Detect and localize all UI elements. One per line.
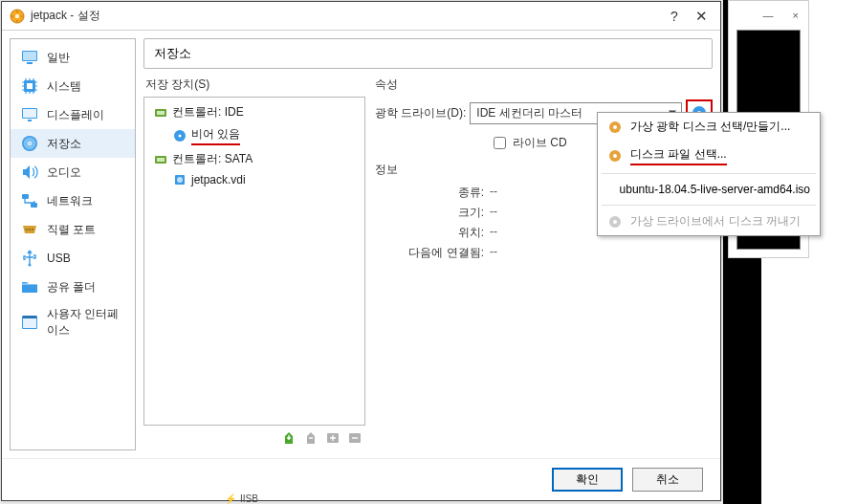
svg-point-1 bbox=[15, 13, 19, 17]
info-attached-label: 다음에 연결됨: bbox=[375, 245, 490, 261]
network-icon bbox=[20, 191, 39, 210]
svg-point-38 bbox=[613, 154, 617, 158]
monitor-icon bbox=[20, 48, 39, 67]
help-button[interactable]: ? bbox=[663, 5, 686, 28]
sidebar-item-label: 공유 폴더 bbox=[47, 279, 96, 296]
menu-item-choose-disk-file[interactable]: 디스크 파일 선택... bbox=[598, 141, 820, 171]
svg-point-40 bbox=[613, 220, 617, 224]
svg-rect-22 bbox=[23, 316, 36, 318]
menu-item-label: 가상 드라이브에서 디스크 꺼내기 bbox=[630, 213, 801, 230]
svg-rect-9 bbox=[28, 120, 32, 121]
sidebar-item-system[interactable]: 시스템 bbox=[11, 72, 135, 100]
partial-background-text: IISB bbox=[225, 493, 258, 504]
close-button[interactable]: ✕ bbox=[690, 5, 713, 28]
disk-icon bbox=[20, 134, 39, 153]
svg-rect-8 bbox=[23, 109, 36, 118]
sidebar-item-serial[interactable]: 직렬 포트 bbox=[11, 215, 135, 244]
sidebar-item-label: 일반 bbox=[47, 50, 70, 66]
info-attached-value: -- bbox=[490, 245, 497, 261]
optical-drive-label: 광학 드라이브(D): bbox=[375, 105, 466, 121]
sidebar-item-display[interactable]: 디스플레이 bbox=[11, 100, 135, 129]
sidebar-item-label: 직렬 포트 bbox=[47, 222, 96, 238]
tree-node-label: 비어 있음 bbox=[191, 126, 240, 145]
window-title: jetpack - 설정 bbox=[31, 8, 659, 24]
sidebar-item-shared[interactable]: 공유 폴더 bbox=[11, 273, 135, 301]
info-size-label: 크기: bbox=[375, 205, 490, 221]
add-controller-button[interactable] bbox=[280, 429, 297, 447]
svg-point-19 bbox=[29, 264, 32, 267]
disc-icon bbox=[607, 120, 623, 135]
info-type-label: 종류: bbox=[375, 185, 490, 201]
ui-icon bbox=[20, 313, 39, 332]
tree-controller-ide[interactable]: 컨트롤러: IDE bbox=[144, 101, 364, 123]
app-icon bbox=[10, 9, 25, 24]
settings-dialog: jetpack - 설정 ? ✕ 일반 시스템 디스플레이 저장소 bbox=[1, 1, 721, 501]
ok-button[interactable]: 확인 bbox=[552, 468, 623, 492]
livecd-label: 라이브 CD bbox=[513, 135, 567, 151]
dialog-footer: 확인 취소 bbox=[2, 458, 720, 500]
add-attachment-button[interactable] bbox=[324, 429, 341, 447]
sidebar-item-label: 네트워크 bbox=[47, 193, 93, 209]
menu-item-create-virtual-disk[interactable]: 가상 광학 디스크 선택/만들기... bbox=[598, 113, 820, 141]
svg-rect-4 bbox=[27, 62, 33, 64]
storage-toolbar bbox=[143, 426, 365, 450]
chip-icon bbox=[20, 77, 39, 96]
tree-controller-sata[interactable]: 컨트롤러: SATA bbox=[144, 148, 364, 170]
tree-disk-jetpack[interactable]: jetpack.vdi bbox=[144, 170, 364, 189]
sidebar-item-label: 사용자 인터페이스 bbox=[47, 306, 125, 339]
sidebar-item-label: 시스템 bbox=[47, 78, 81, 95]
sidebar-item-general[interactable]: 일반 bbox=[11, 43, 135, 72]
svg-point-16 bbox=[26, 229, 28, 230]
livecd-checkbox[interactable] bbox=[494, 137, 506, 149]
bg-close-button[interactable]: × bbox=[793, 10, 799, 21]
sidebar-item-usb[interactable]: USB bbox=[11, 244, 135, 273]
svg-rect-3 bbox=[23, 52, 36, 60]
eject-icon bbox=[607, 214, 623, 230]
svg-point-30 bbox=[177, 177, 183, 183]
storage-tree[interactable]: 컨트롤러: IDE 비어 있음 컨트롤러: SATA jetpack. bbox=[143, 97, 365, 426]
tree-node-label: 컨트롤러: SATA bbox=[172, 151, 253, 167]
tree-node-label: 컨트롤러: IDE bbox=[172, 104, 244, 121]
sidebar-item-network[interactable]: 네트워크 bbox=[11, 186, 135, 215]
remove-attachment-button[interactable] bbox=[346, 429, 363, 447]
info-location-label: 위치: bbox=[375, 225, 490, 241]
menu-item-recent-iso[interactable]: ubuntu-18.04.5-live-server-amd64.iso bbox=[598, 176, 820, 203]
menu-item-label: ubuntu-18.04.5-live-server-amd64.iso bbox=[620, 183, 810, 196]
attributes-header: 속성 bbox=[375, 75, 713, 98]
bg-min-button[interactable]: — bbox=[763, 10, 774, 21]
remove-controller-button[interactable] bbox=[302, 429, 319, 447]
settings-main: 저장소 저장 장치(S) 컨트롤러: IDE 비어 있음 bbox=[143, 38, 713, 450]
menu-item-label: 가상 광학 디스크 선택/만들기... bbox=[630, 119, 790, 135]
usb-icon bbox=[20, 249, 39, 268]
sidebar-item-audio[interactable]: 오디오 bbox=[11, 158, 135, 186]
storage-devices-label: 저장 장치(S) bbox=[143, 75, 365, 97]
menu-separator bbox=[602, 173, 816, 174]
sidebar-item-storage[interactable]: 저장소 bbox=[11, 129, 135, 158]
section-header: 저장소 bbox=[143, 38, 713, 69]
controller-icon bbox=[154, 153, 167, 166]
menu-item-eject: 가상 드라이브에서 디스크 꺼내기 bbox=[598, 208, 820, 235]
disc-icon bbox=[173, 129, 187, 142]
svg-point-36 bbox=[613, 125, 617, 129]
svg-rect-28 bbox=[157, 158, 165, 162]
display-icon bbox=[20, 105, 39, 124]
speaker-icon bbox=[20, 163, 39, 182]
sidebar-item-label: 디스플레이 bbox=[47, 107, 104, 123]
svg-point-18 bbox=[32, 229, 33, 230]
svg-rect-6 bbox=[27, 83, 33, 89]
settings-sidebar: 일반 시스템 디스플레이 저장소 오디오 네트워크 bbox=[10, 38, 136, 450]
sidebar-item-ui[interactable]: 사용자 인터페이스 bbox=[11, 301, 135, 343]
sidebar-item-label: USB bbox=[47, 252, 71, 265]
disk-select-menu: 가상 광학 디스크 선택/만들기... 디스크 파일 선택... ubuntu-… bbox=[597, 112, 821, 236]
cancel-button[interactable]: 취소 bbox=[632, 468, 703, 492]
svg-rect-15 bbox=[31, 203, 37, 208]
folder-icon bbox=[20, 277, 39, 296]
svg-point-13 bbox=[29, 142, 31, 144]
tree-node-label: jetpack.vdi bbox=[191, 173, 246, 186]
svg-rect-14 bbox=[22, 194, 29, 199]
titlebar: jetpack - 설정 ? ✕ bbox=[2, 2, 720, 31]
info-type-value: -- bbox=[490, 185, 497, 201]
tree-optical-empty[interactable]: 비어 있음 bbox=[144, 123, 364, 148]
svg-point-26 bbox=[179, 135, 182, 138]
port-icon bbox=[20, 220, 39, 239]
